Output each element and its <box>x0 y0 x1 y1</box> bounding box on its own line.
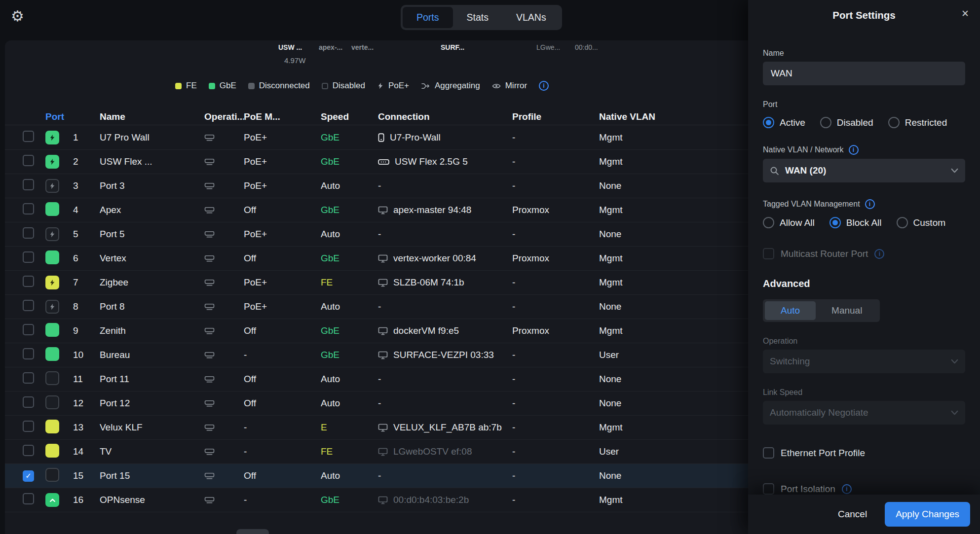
row-checkbox[interactable] <box>23 155 34 166</box>
segment-auto[interactable]: Auto <box>765 301 816 320</box>
column-connection[interactable]: Connection <box>378 111 512 122</box>
operation-icon <box>204 448 244 456</box>
segment-manual[interactable]: Manual <box>816 301 878 320</box>
port-status-icon <box>45 300 59 314</box>
row-checkbox[interactable] <box>23 131 34 142</box>
row-checkbox[interactable] <box>23 421 34 432</box>
row-checkbox[interactable] <box>23 445 34 456</box>
radio-custom[interactable]: Custom <box>897 217 945 228</box>
row-checkbox[interactable] <box>23 227 34 239</box>
tagged-vlan-info-icon[interactable] <box>865 199 875 209</box>
legend-gbe: GbE <box>209 81 236 91</box>
topbar: ⚙ PortsStatsVLANs <box>0 0 748 36</box>
port-status-icon <box>45 371 59 385</box>
pagination-button-partial[interactable] <box>236 529 269 534</box>
gear-icon[interactable]: ⚙ <box>11 9 24 24</box>
row-checkbox[interactable] <box>23 470 34 482</box>
link-speed-label: Link Speed <box>763 388 965 397</box>
port-name: Zigbee <box>100 277 204 288</box>
poe-mode: PoE+ <box>244 277 321 288</box>
connection: - <box>378 180 512 191</box>
row-checkbox[interactable] <box>23 493 34 504</box>
disconnected-swatch-icon <box>248 83 255 89</box>
port-status-icon <box>45 347 59 361</box>
tab-ports[interactable]: Ports <box>403 7 453 28</box>
profile: - <box>512 350 599 360</box>
radio-dot-icon <box>763 217 774 228</box>
connection: dockerVM f9:e5 <box>378 325 512 336</box>
column-poe-mode[interactable]: PoE M... <box>244 111 321 122</box>
connection-device-icon <box>378 351 388 359</box>
port-number: 2 <box>73 156 100 167</box>
port-isolation-info-icon[interactable] <box>842 484 852 494</box>
column-operation[interactable]: Operati... <box>204 111 244 122</box>
poe-mode: Off <box>244 325 321 336</box>
native-vlan-select[interactable]: WAN (20) <box>763 159 965 182</box>
fe-swatch-icon <box>175 83 182 89</box>
connection: VELUX_KLF_AB7B ab:7b <box>378 422 512 433</box>
radio-dot-icon <box>820 117 831 128</box>
column-port[interactable]: Port <box>45 111 100 122</box>
row-checkbox[interactable] <box>23 372 34 384</box>
close-icon[interactable]: ✕ <box>961 9 969 18</box>
operation-icon <box>204 279 244 286</box>
row-checkbox[interactable] <box>23 203 34 214</box>
profile: - <box>512 156 599 167</box>
column-name[interactable]: Name <box>100 111 204 122</box>
speed: Auto <box>321 180 378 191</box>
column-speed[interactable]: Speed <box>321 111 378 122</box>
multicast-checkbox[interactable] <box>763 248 774 259</box>
multicast-info-icon[interactable] <box>874 249 884 259</box>
port-name: OPNsense <box>100 495 204 505</box>
port-name: TV <box>100 446 204 457</box>
name-input[interactable]: WAN <box>763 62 965 85</box>
row-checkbox[interactable] <box>23 276 34 287</box>
port-status-icon <box>45 227 59 241</box>
connection: - <box>378 398 512 409</box>
radio-disabled[interactable]: Disabled <box>820 117 873 128</box>
row-checkbox[interactable] <box>23 179 34 190</box>
legend-info-icon[interactable] <box>539 81 549 91</box>
poe-mode: PoE+ <box>244 229 321 240</box>
connection: SLZB-06M 74:1b <box>378 277 512 288</box>
poe-mode: Off <box>244 374 321 385</box>
cancel-button[interactable]: Cancel <box>838 509 867 520</box>
radio-block-all[interactable]: Block All <box>829 217 882 228</box>
connection: LGwebOSTV ef:08 <box>378 446 512 457</box>
port-preview-label: LGwe... <box>536 43 560 51</box>
port-name: Port 5 <box>100 229 204 240</box>
panel-title: Port Settings <box>832 9 896 21</box>
ethernet-port-profile-checkbox[interactable] <box>763 447 774 459</box>
operation-icon <box>204 327 244 335</box>
column-profile[interactable]: Profile <box>512 111 599 122</box>
row-checkbox[interactable] <box>23 396 34 408</box>
connection: SURFACE-VEZPI 03:33 <box>378 350 512 360</box>
port-isolation-checkbox[interactable] <box>763 483 774 495</box>
connection-device-icon <box>378 448 388 456</box>
chevron-down-icon <box>951 359 958 364</box>
profile: - <box>512 132 599 143</box>
connection-device-icon <box>378 424 388 432</box>
connection: - <box>378 374 512 385</box>
tab-stats[interactable]: Stats <box>453 7 502 28</box>
tab-vlans[interactable]: VLANs <box>502 7 560 28</box>
port-state-radios: ActiveDisabledRestricted <box>763 117 965 128</box>
legend-mirror: Mirror <box>492 81 527 91</box>
row-checkbox[interactable] <box>23 251 34 263</box>
aggregating-icon <box>421 82 430 90</box>
tagged-vlan-label-row: Tagged VLAN Management <box>763 199 965 209</box>
apply-changes-button[interactable]: Apply Changes <box>885 502 970 527</box>
connection-device-icon <box>378 279 388 287</box>
port-preview-label: 00:d0... <box>575 43 598 51</box>
radio-allow-all[interactable]: Allow All <box>763 217 815 228</box>
speed: GbE <box>321 253 378 264</box>
row-checkbox[interactable] <box>23 348 34 359</box>
row-checkbox[interactable] <box>23 324 34 335</box>
native-vlan-info-icon[interactable] <box>849 145 859 155</box>
connection: - <box>378 229 512 240</box>
port-name: Port 3 <box>100 180 204 191</box>
radio-active[interactable]: Active <box>763 117 805 128</box>
radio-restricted[interactable]: Restricted <box>888 117 947 128</box>
row-checkbox[interactable] <box>23 300 34 311</box>
connection: 00:d0:b4:03:be:2b <box>378 495 512 505</box>
